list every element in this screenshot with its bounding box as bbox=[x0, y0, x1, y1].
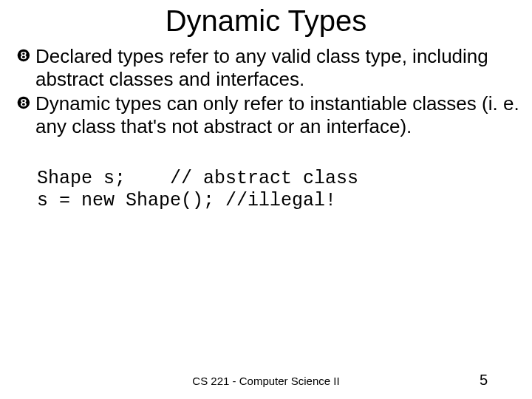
slide-title: Dynamic Types bbox=[0, 0, 532, 45]
code-line: s = new Shape(); //illegal! bbox=[37, 190, 336, 211]
code-example: Shape s; // abstract class s = new Shape… bbox=[16, 168, 528, 212]
code-line: Shape s; // abstract class bbox=[37, 168, 358, 189]
bullet-item: ❽ Declared types refer to any valid clas… bbox=[16, 45, 528, 91]
bullet-marker-icon: ❽ bbox=[16, 45, 31, 67]
footer-course: CS 221 - Computer Science II bbox=[0, 375, 532, 387]
bullet-text: Declared types refer to any valid class … bbox=[35, 45, 528, 91]
bullet-item: ❽ Dynamic types can only refer to instan… bbox=[16, 92, 528, 138]
bullet-text: Dynamic types can only refer to instanti… bbox=[35, 92, 528, 138]
bullet-marker-icon: ❽ bbox=[16, 92, 31, 115]
page-number: 5 bbox=[480, 372, 488, 389]
slide-body: ❽ Declared types refer to any valid clas… bbox=[0, 45, 532, 212]
